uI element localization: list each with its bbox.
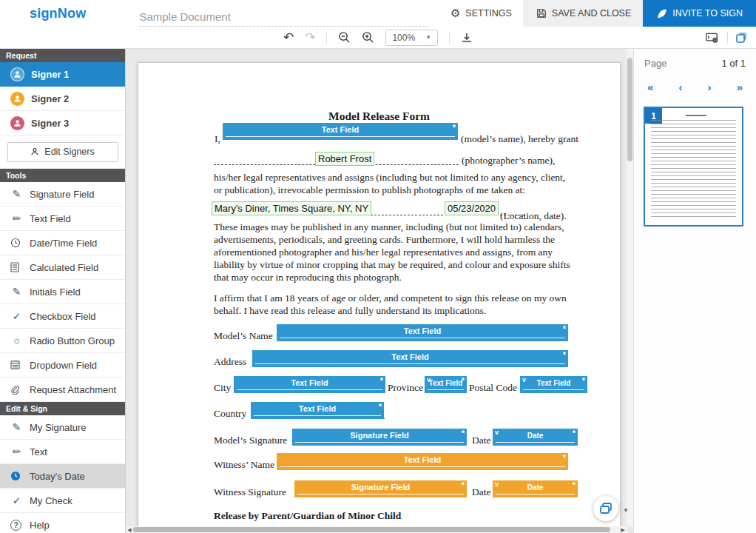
- models-name-text-field[interactable]: Text Field *: [277, 324, 568, 341]
- field-label: Signature Field: [292, 431, 467, 440]
- last-page-icon[interactable]: »: [737, 81, 743, 93]
- signer-2-label: Signer 2: [31, 93, 69, 104]
- sidebar-item-request-attachment[interactable]: Request Attachment: [0, 378, 125, 402]
- signer-1-avatar-icon: [10, 67, 24, 81]
- quick-tools-button[interactable]: [593, 496, 618, 521]
- models-date-field[interactable]: v Date *: [493, 429, 578, 446]
- required-asterisk: *: [380, 376, 383, 385]
- save-and-close-button[interactable]: SAVE AND CLOSE: [524, 0, 643, 27]
- witness-date-field[interactable]: v Date *: [493, 480, 578, 497]
- radio-circle-icon: ○: [10, 335, 23, 346]
- field-properties-icon[interactable]: [706, 32, 720, 44]
- chevron-down-icon[interactable]: ▼: [623, 507, 629, 514]
- sidebar-item-text-field[interactable]: ✏︎ Text Field: [0, 207, 125, 231]
- redo-icon[interactable]: ↷: [305, 31, 315, 44]
- vertical-scrollbar-thumb[interactable]: [627, 58, 632, 161]
- field-label: Date: [493, 432, 578, 440]
- tool-label: Initials Field: [30, 286, 81, 298]
- sidebar-item-dropdown-field[interactable]: Dropdown Field: [0, 353, 125, 378]
- field-underline: [297, 494, 464, 495]
- country-label: Country: [214, 408, 246, 420]
- tool-label: Dropdown Field: [30, 360, 97, 371]
- scroll-right-icon[interactable]: ▶: [619, 527, 627, 533]
- sidebar-item-signer-3[interactable]: Signer 3: [0, 111, 125, 135]
- editor-toolbar: ↶ ↷ 100% ▼: [0, 27, 756, 49]
- address-label: Address: [214, 356, 246, 368]
- models-signature-field[interactable]: Signature Field *: [292, 429, 467, 446]
- horizontal-scrollbar-thumb[interactable]: [133, 527, 610, 532]
- model-name-text-field[interactable]: Text Field *: [223, 123, 458, 140]
- tool-label: My Signature: [30, 422, 87, 433]
- thumbnail-text-lines: [651, 120, 736, 219]
- sidebar-item-signer-1[interactable]: Signer 1: [0, 62, 125, 87]
- field-label: Text Field: [277, 455, 568, 464]
- undo-icon[interactable]: ↶: [283, 31, 294, 44]
- document-title[interactable]: Sample Document: [139, 10, 428, 27]
- witness-name-text-field[interactable]: Text Field *: [277, 453, 568, 470]
- sidebar-item-todays-date[interactable]: Today's Date: [0, 464, 125, 489]
- date-filled-field[interactable]: 05/23/2020: [445, 201, 499, 215]
- province-label: Province: [388, 382, 423, 394]
- sidebar-item-help[interactable]: ? Help: [0, 513, 125, 533]
- chevron-down-icon: ▼: [425, 34, 431, 41]
- sidebar-item-date-time-field[interactable]: Date/Time Field: [0, 231, 125, 255]
- zoom-out-icon[interactable]: [338, 31, 351, 44]
- province-text-field[interactable]: v Text Field *: [425, 376, 467, 393]
- next-page-icon[interactable]: ›: [708, 81, 712, 93]
- country-text-field[interactable]: Text Field *: [251, 402, 384, 419]
- signer-1-label: Signer 1: [31, 69, 69, 80]
- pages-icon[interactable]: [735, 31, 749, 44]
- sidebar-item-radio-button-group[interactable]: ○ Radio Button Group: [0, 329, 125, 353]
- tool-label: Text Field: [30, 213, 71, 224]
- edit-signers-wrap: Edit Signers: [0, 135, 125, 169]
- sidebar-item-initials-field[interactable]: ✎︎ Initials Field: [0, 280, 125, 304]
- field-label: Date: [493, 483, 578, 492]
- photographer-name-filled-field[interactable]: Robert Frost: [315, 152, 374, 166]
- tools-sidebar: Request Signer 1 Signer 2 Signer 3: [0, 49, 126, 533]
- page-thumbnail[interactable]: 1: [644, 107, 743, 227]
- signer-2-avatar-icon: [10, 92, 24, 106]
- paperclip-icon: [10, 385, 23, 395]
- tools-section-header: Tools: [0, 169, 125, 182]
- required-asterisk: *: [379, 402, 382, 411]
- invite-to-sign-button[interactable]: INVITE TO SIGN: [643, 0, 756, 27]
- tool-label: Calculated Field: [30, 262, 98, 273]
- edit-sign-section-header: Edit & Sign: [0, 402, 125, 415]
- help-icon: ?: [10, 520, 23, 531]
- witness-signature-field[interactable]: Signature Field *: [294, 480, 467, 497]
- address-text-field[interactable]: Text Field *: [252, 350, 568, 367]
- city-text-field[interactable]: Text Field *: [234, 376, 385, 393]
- postal-code-text-field[interactable]: v Text Field *: [520, 376, 587, 393]
- sidebar-item-signature-field[interactable]: ✎︎ Signature Field: [0, 182, 125, 207]
- page-label: Page: [644, 58, 666, 69]
- edit-signers-button[interactable]: Edit Signers: [7, 142, 118, 162]
- sidebar-item-calculated-field[interactable]: Calculated Field: [0, 255, 125, 280]
- zoom-level-select[interactable]: 100% ▼: [385, 30, 438, 46]
- sidebar-item-signer-2[interactable]: Signer 2: [0, 87, 125, 111]
- zoom-in-icon[interactable]: [362, 31, 374, 44]
- page-count: 1 of 1: [721, 58, 746, 69]
- settings-button[interactable]: ⚙ SETTINGS: [439, 0, 524, 27]
- zoom-level-value: 100%: [392, 33, 415, 43]
- horizontal-scrollbar[interactable]: ◀ ▶: [126, 526, 627, 533]
- field-underline: [523, 389, 584, 390]
- scroll-left-icon[interactable]: ◀: [126, 527, 133, 533]
- vertical-scrollbar[interactable]: [627, 49, 633, 526]
- sidebar-item-my-check[interactable]: ✓ My Check: [0, 489, 125, 513]
- document-title-wrap[interactable]: Sample Document: [139, 10, 428, 27]
- first-page-icon[interactable]: «: [647, 81, 653, 93]
- page-navigation: « ‹ › »: [644, 81, 746, 93]
- document-heading: Model Release Form: [138, 110, 620, 123]
- calculator-icon: [10, 262, 23, 272]
- edit-signers-label: Edit Signers: [44, 147, 94, 157]
- previous-page-icon[interactable]: ‹: [678, 81, 682, 93]
- location-filled-field[interactable]: Mary's Diner, Times Square, NY, NY: [212, 201, 371, 215]
- sidebar-item-my-signature[interactable]: ✎︎ My Signature: [0, 415, 125, 440]
- top-bar: signNow Sample Document ⚙ SETTINGS SAVE …: [0, 0, 756, 27]
- sidebar-item-text[interactable]: ✏︎ Text: [0, 440, 125, 464]
- sidebar-item-checkbox-field[interactable]: ✓ Checkbox Field: [0, 304, 125, 329]
- clock-icon: [10, 238, 23, 248]
- required-asterisk: *: [462, 480, 465, 489]
- grant-paragraph: his/her legal representatives and assign…: [214, 171, 573, 196]
- download-icon[interactable]: [461, 32, 473, 44]
